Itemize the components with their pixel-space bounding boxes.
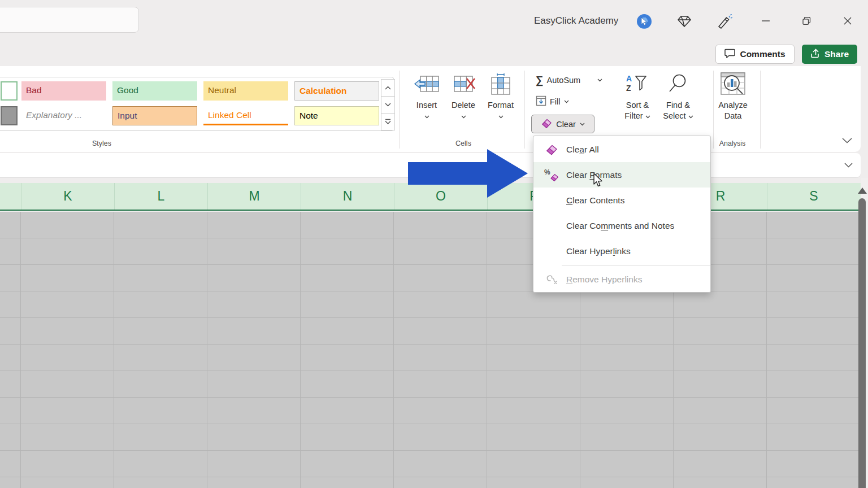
- style-swatch-check-cell[interactable]: [1, 106, 18, 125]
- clear-button[interactable]: Clear: [531, 115, 594, 133]
- annotation-arrow: [407, 147, 529, 200]
- comments-button[interactable]: Comments: [715, 45, 795, 64]
- menu-item-clear-formats[interactable]: %Clear Formats: [533, 162, 710, 188]
- style-chip-explanatory[interactable]: Explanatory ...: [21, 106, 106, 125]
- menu-item-clear-comments-and-notes[interactable]: Clear Comments and Notes: [533, 213, 710, 238]
- share-button[interactable]: Share: [802, 45, 857, 64]
- chevron-down-icon: [564, 100, 569, 103]
- spreadsheet-grid[interactable]: [0, 212, 861, 488]
- menu-item-clear-contents[interactable]: Clear Contents: [533, 188, 710, 213]
- format-cells-icon: [483, 71, 518, 97]
- mouse-cursor: [593, 173, 605, 188]
- find-select-icon: [660, 71, 696, 97]
- fill-button[interactable]: Fill: [536, 95, 569, 108]
- insert-cells-icon: [409, 71, 444, 97]
- chevron-down-icon: [446, 111, 481, 121]
- style-chip-linked-cell[interactable]: Linked Cell: [203, 106, 288, 125]
- sort-filter-icon: A Z: [619, 71, 656, 97]
- style-swatch-normal[interactable]: [1, 81, 18, 101]
- ribbon: BadGoodNeutralCalculationExplanatory ...…: [0, 66, 861, 152]
- menu-item-label: Clear Comments and Notes: [566, 221, 674, 231]
- collapse-ribbon-button[interactable]: [842, 136, 852, 146]
- format-button[interactable]: Format: [483, 71, 518, 134]
- scrollbar-up-icon[interactable]: [858, 188, 867, 194]
- chevron-down-icon: [580, 123, 585, 126]
- style-chip-neutral[interactable]: Neutral: [203, 81, 288, 101]
- formula-bar-expand-icon[interactable]: [844, 160, 853, 170]
- style-chip-input[interactable]: Input: [112, 106, 197, 125]
- styles-gallery: BadGoodNeutralCalculationExplanatory ...…: [0, 77, 394, 131]
- easyclick-logo-icon: [636, 14, 652, 29]
- diamond-icon[interactable]: [676, 14, 692, 29]
- clear-formats-icon: %: [544, 167, 559, 183]
- autosum-button[interactable]: ∑ AutoSum: [536, 73, 602, 87]
- column-header-L[interactable]: L: [114, 183, 207, 210]
- search-input[interactable]: [0, 7, 139, 33]
- menu-item-clear-all[interactable]: Clear All: [533, 137, 710, 162]
- close-button[interactable]: [838, 12, 857, 29]
- delete-cells-icon: [446, 71, 481, 97]
- sort-filter-button[interactable]: A Z Sort & Filter: [619, 71, 656, 134]
- style-chip-good[interactable]: Good: [112, 81, 197, 101]
- eraser-icon: [541, 118, 552, 130]
- svg-text:A: A: [626, 74, 632, 83]
- excel-window: EasyClick Academy Comments Share: [0, 0, 868, 488]
- insert-button[interactable]: Insert: [409, 71, 444, 134]
- column-header-N[interactable]: N: [301, 183, 394, 210]
- window-title: EasyClick Academy: [534, 14, 630, 28]
- comment-bubble-icon: [724, 49, 735, 60]
- chevron-down-icon: [483, 111, 518, 121]
- menu-item-label: Clear Contents: [566, 195, 624, 206]
- eraser-icon: [544, 142, 559, 158]
- analyze-data-icon: [715, 71, 750, 97]
- column-header-M[interactable]: M: [207, 183, 301, 210]
- menu-item-remove-hyperlinks: Remove Hyperlinks: [533, 267, 710, 292]
- sigma-icon: ∑: [536, 75, 544, 86]
- style-chip-calculation[interactable]: Calculation: [294, 81, 379, 101]
- chevron-down-icon: [688, 115, 693, 119]
- chevron-down-icon: [645, 115, 650, 119]
- menu-item-label: Remove Hyperlinks: [566, 274, 642, 285]
- chevron-down-icon: [597, 79, 602, 82]
- restore-button[interactable]: [797, 12, 816, 29]
- fill-down-icon: [536, 95, 546, 108]
- styles-group-label: Styles: [62, 138, 141, 149]
- svg-text:Z: Z: [626, 84, 631, 93]
- style-chip-bad[interactable]: Bad: [21, 81, 106, 101]
- gallery-up-button[interactable]: [381, 79, 395, 97]
- menu-item-clear-hyperlinks[interactable]: Clear Hyperlinks: [533, 238, 710, 264]
- column-header-partial[interactable]: [0, 183, 21, 210]
- find-select-button[interactable]: Find & Select: [660, 71, 696, 134]
- remove-hyperlink-icon: [544, 272, 559, 287]
- minimize-button[interactable]: [756, 12, 775, 29]
- delete-button[interactable]: Delete: [446, 71, 481, 134]
- menu-item-label: Clear All: [566, 145, 599, 155]
- style-chip-note[interactable]: Note: [294, 106, 379, 125]
- scrollbar-thumb[interactable]: [858, 198, 866, 488]
- column-header-S[interactable]: S: [767, 183, 860, 210]
- analyze-data-button[interactable]: Analyze Data: [715, 71, 750, 134]
- gallery-more-button[interactable]: [381, 113, 395, 130]
- menu-item-label: Clear Hyperlinks: [566, 246, 631, 256]
- gallery-down-button[interactable]: [381, 96, 395, 114]
- svg-text:%: %: [544, 168, 550, 176]
- pen-sparkle-icon[interactable]: [717, 14, 732, 29]
- column-header-K[interactable]: K: [21, 183, 114, 210]
- clear-dropdown-menu: Clear All%Clear FormatsClear ContentsCle…: [533, 136, 711, 293]
- share-icon: [810, 49, 821, 60]
- chevron-down-icon: [409, 111, 444, 121]
- menu-separator: [562, 265, 710, 265]
